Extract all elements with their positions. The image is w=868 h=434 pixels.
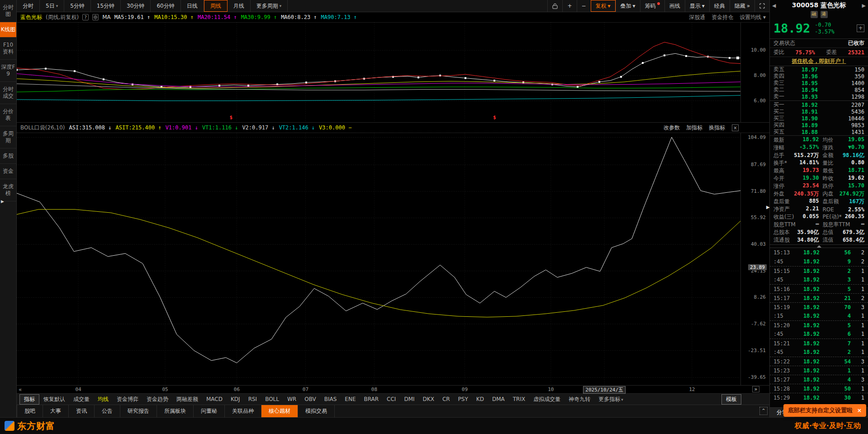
period-tab-周线[interactable]: 周线 bbox=[204, 0, 228, 12]
tool-隐藏[interactable]: 隐藏» bbox=[730, 0, 754, 12]
period-tab-分时[interactable]: 分时 bbox=[17, 0, 40, 12]
tool-+[interactable]: + bbox=[562, 0, 576, 12]
indicator-button-DMA[interactable]: DMA bbox=[488, 395, 509, 403]
right-panel-collapse-icon[interactable]: ▶ bbox=[766, 205, 770, 210]
sidebar-item-分时图[interactable]: 分时图 bbox=[0, 0, 16, 22]
content-tab-股吧[interactable]: 股吧 bbox=[17, 405, 43, 417]
indicator-button-模板[interactable]: 模板 bbox=[721, 394, 741, 405]
indicator-button-资金趋势[interactable]: 资金趋势 bbox=[142, 395, 172, 404]
sidebar-item-龙虎榜[interactable]: 龙虎榜 bbox=[0, 179, 16, 201]
content-tab-公告[interactable]: 公告 bbox=[95, 405, 120, 417]
sidebar-item-分时成交[interactable]: 分时成交 bbox=[0, 82, 16, 104]
prev-stock-icon[interactable]: ◀ bbox=[772, 3, 776, 9]
tool-经典[interactable]: 经典 bbox=[709, 0, 730, 12]
indicator-button-CR[interactable]: CR bbox=[438, 395, 454, 403]
tick-price: 18.92 bbox=[793, 313, 820, 319]
time-and-sales-list[interactable]: 15:1318.92562:4518.929215:1518.9221:4518… bbox=[770, 248, 868, 407]
tool-叠加[interactable]: 叠加▾ bbox=[616, 0, 640, 12]
indicator-button-恢复默认[interactable]: 恢复默认 bbox=[39, 395, 69, 404]
period-tab-日线[interactable]: 日线 bbox=[181, 0, 204, 12]
period-tab-30分钟[interactable]: 30分钟 bbox=[121, 0, 151, 12]
period-tab-更多周期[interactable]: 更多周期▾ bbox=[251, 0, 288, 12]
tick-count: 1 bbox=[851, 322, 864, 329]
indicator-button-PSY[interactable]: PSY bbox=[454, 395, 472, 403]
indicator-button-RSI[interactable]: RSI bbox=[244, 395, 261, 403]
period-tab-60分钟[interactable]: 60分钟 bbox=[151, 0, 180, 12]
tool-−[interactable]: − bbox=[577, 0, 591, 12]
tool-画线[interactable]: 画线 bbox=[664, 0, 685, 12]
content-tab-问董秘[interactable]: 问董秘 bbox=[194, 405, 225, 417]
sidebar-item-资金[interactable]: 资金 bbox=[0, 164, 16, 179]
period-tab-5日[interactable]: 5日▾ bbox=[40, 0, 64, 12]
indicator-button-BOLL[interactable]: BOLL bbox=[261, 395, 283, 403]
ma-link-深股通[interactable]: 深股通 bbox=[689, 14, 705, 21]
indicator-button-神奇九转[interactable]: 神奇九转 bbox=[564, 395, 594, 404]
collapse-up-icon[interactable]: ⌃ bbox=[759, 407, 768, 415]
indicator-button-CCI[interactable]: CCI bbox=[383, 395, 400, 403]
indicator-button-DMI[interactable]: DMI bbox=[400, 395, 418, 403]
period-tab-月线[interactable]: 月线 bbox=[228, 0, 251, 12]
expand-right-icon[interactable]: » bbox=[752, 386, 759, 392]
indicator-action-加指标[interactable]: 加指标 bbox=[686, 124, 702, 132]
content-tab-模拟交易[interactable]: 模拟交易 bbox=[298, 405, 335, 417]
sidebar-item-F10资料[interactable]: F10资料 bbox=[0, 38, 16, 60]
sidebar-item-深度F9[interactable]: 深度F9 bbox=[0, 60, 16, 82]
indicator-button-资金博弈[interactable]: 资金博弈 bbox=[113, 395, 142, 404]
tick-time: 15:19 bbox=[773, 304, 793, 310]
tool-显示[interactable]: 显示▾ bbox=[685, 0, 709, 12]
scroll-left-icon[interactable]: « bbox=[19, 386, 22, 393]
content-tab-研究报告[interactable]: 研究报告 bbox=[120, 405, 157, 417]
content-tab-所属板块[interactable]: 所属板块 bbox=[157, 405, 194, 417]
ma-link-设置均线[interactable]: 设置均线 ▾ bbox=[740, 14, 766, 21]
indicator-action-换指标[interactable]: 换指标 bbox=[709, 124, 725, 132]
indicator-button-两融差额[interactable]: 两融差额 bbox=[172, 395, 202, 404]
indicator-button-label: 模板 bbox=[726, 396, 737, 402]
indicator-button-指标[interactable]: 指标 bbox=[19, 394, 39, 405]
content-tab-资讯[interactable]: 资讯 bbox=[69, 405, 95, 417]
tool-筹码[interactable]: 筹码 bbox=[640, 0, 664, 12]
indicator-button-WR[interactable]: WR bbox=[283, 395, 300, 403]
period-tab-5分钟[interactable]: 5分钟 bbox=[64, 0, 91, 12]
indicator-button-ENE[interactable]: ENE bbox=[341, 395, 360, 403]
indicator-action-改参数[interactable]: 改参数 bbox=[664, 124, 680, 132]
indicator-button-均线[interactable]: 均线 bbox=[94, 395, 113, 404]
tool-复权[interactable]: 复权▾ bbox=[591, 0, 616, 12]
indicator-button-更多指标[interactable]: 更多指标▾ bbox=[594, 395, 627, 404]
stat-value: 260.35 bbox=[845, 213, 864, 221]
open-account-link[interactable]: 抓住机会，即刻开户！ bbox=[792, 57, 846, 65]
fullscreen-icon[interactable] bbox=[754, 0, 769, 12]
add-to-watchlist-button[interactable]: + bbox=[857, 24, 864, 32]
indicator-button-BIAS[interactable]: BIAS bbox=[320, 395, 341, 403]
indicator-button-MACD[interactable]: MACD bbox=[202, 395, 227, 403]
order-book-row: 卖二18.94854 bbox=[770, 86, 868, 93]
indicator-button-KDJ[interactable]: KDJ bbox=[227, 395, 244, 403]
sidebar-item-K线图[interactable]: K线图 bbox=[0, 22, 16, 38]
ma-link-资金持仓[interactable]: 资金持仓 bbox=[711, 14, 733, 21]
indicator-button-虚拟成交量[interactable]: 虚拟成交量 bbox=[529, 395, 564, 404]
period-tab-15分钟[interactable]: 15分钟 bbox=[91, 0, 121, 12]
next-stock-icon[interactable]: ▶ bbox=[862, 3, 866, 9]
help-icon[interactable]: ? bbox=[82, 14, 89, 20]
tooltip-close-icon[interactable]: × bbox=[857, 407, 862, 414]
tick-count: 3 bbox=[851, 304, 864, 310]
indicator-chart[interactable]: 104.0987.6971.8055.9240.0324.158.26-7.62… bbox=[17, 133, 769, 386]
content-tab-关联品种[interactable]: 关联品种 bbox=[225, 405, 261, 417]
indicator-button-成交量[interactable]: 成交量 bbox=[69, 395, 94, 404]
content-tab-大事[interactable]: 大事 bbox=[43, 405, 69, 417]
indicator-button-OBV[interactable]: OBV bbox=[300, 395, 320, 403]
stats-row: 涨停23.54跌停15.70 bbox=[770, 182, 868, 190]
sidebar-collapse-handle-icon[interactable]: ▶ bbox=[1, 199, 4, 204]
sidebar-item-多周期[interactable]: 多周期 bbox=[0, 126, 16, 148]
panel-drag-handle[interactable] bbox=[770, 244, 868, 248]
indicator-button-TRIX[interactable]: TRIX bbox=[509, 395, 529, 403]
lock-icon[interactable] bbox=[547, 0, 562, 12]
gear-icon[interactable] bbox=[92, 14, 99, 20]
kline-chart[interactable]: 10.008.006.00$$ bbox=[17, 23, 769, 123]
sidebar-item-分价表[interactable]: 分价表 bbox=[0, 104, 16, 126]
indicator-button-DKX[interactable]: DKX bbox=[419, 395, 438, 403]
close-indicator-icon[interactable]: × bbox=[732, 124, 739, 131]
sidebar-item-多股[interactable]: 多股 bbox=[0, 148, 16, 164]
indicator-button-BRAR[interactable]: BRAR bbox=[360, 395, 383, 403]
content-tab-核心题材[interactable]: 核心题材 bbox=[261, 405, 298, 417]
indicator-button-KD[interactable]: KD bbox=[472, 395, 488, 403]
